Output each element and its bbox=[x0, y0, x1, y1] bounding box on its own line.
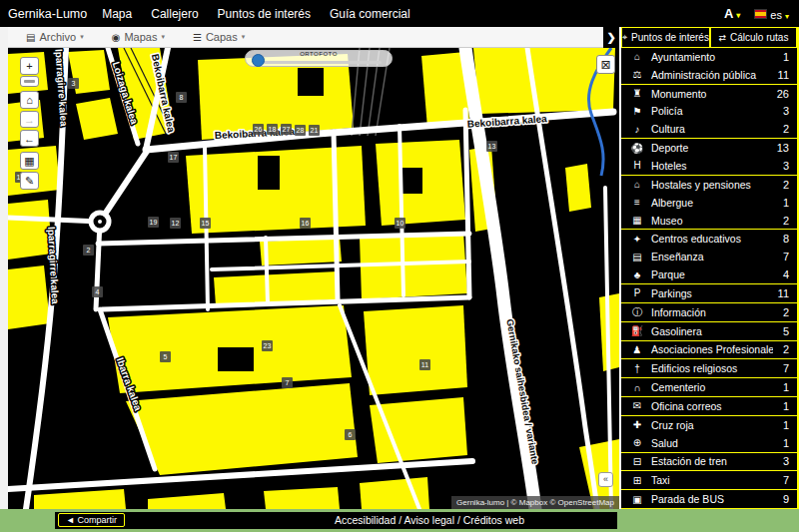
share-label: Compartir bbox=[77, 515, 117, 525]
poi-count: 2 bbox=[773, 179, 789, 191]
guesthouse-icon: ⌂ bbox=[627, 179, 647, 190]
poi-row-cemetery[interactable]: ∩ Cementerio 1 bbox=[621, 378, 797, 397]
footer-links[interactable]: Accesibilidad / Aviso legal / Créditos w… bbox=[335, 514, 524, 526]
park-icon: ♣ bbox=[627, 269, 647, 280]
poi-row-parking[interactable]: P Parkings 11 bbox=[621, 284, 797, 303]
poi-row-taxi[interactable]: ⊞ Taxi 7 bbox=[621, 471, 797, 490]
tab-puntos-de-interes[interactable]: ⌖ Puntos de interés bbox=[621, 27, 710, 48]
poi-count: 3 bbox=[773, 160, 789, 172]
poi-count: 11 bbox=[773, 287, 789, 299]
map-poi-marker[interactable]: 26 bbox=[253, 124, 264, 135]
menu-capas[interactable]: ☰ Capas ▾ bbox=[193, 31, 245, 43]
schools-icon: ✦ bbox=[627, 234, 647, 245]
map-poi-marker[interactable]: 27 bbox=[281, 124, 292, 135]
poi-row-sports[interactable]: ⚽ Deporte 13 bbox=[621, 139, 797, 157]
poi-row-red-cross[interactable]: ✚ Cruz roja 1 bbox=[621, 416, 797, 434]
map-poi-marker[interactable]: 15 bbox=[200, 218, 211, 229]
ortofoto-opacity-slider[interactable]: ORTOFOTO bbox=[245, 50, 393, 67]
map-poi-marker[interactable]: 3 bbox=[68, 78, 79, 89]
map-poi-marker[interactable]: 18 bbox=[267, 124, 278, 135]
poi-row-culture[interactable]: ♪ Cultura 2 bbox=[621, 120, 797, 139]
full-extent-button[interactable]: ⊠ bbox=[596, 55, 615, 74]
poi-count: 13 bbox=[773, 142, 789, 154]
forward-button[interactable]: → bbox=[20, 111, 39, 128]
poi-row-town-hall[interactable]: ⌂ Ayuntamiento 1 bbox=[621, 48, 797, 66]
map-poi-marker[interactable]: 6 bbox=[345, 429, 356, 440]
poi-count: 1 bbox=[773, 400, 789, 412]
draw-button[interactable]: ✎ bbox=[20, 172, 39, 190]
poi-row-train[interactable]: ⊟ Estación de tren 3 bbox=[621, 453, 797, 472]
poi-row-bus[interactable]: ▣ Parada de BUS 9 bbox=[621, 490, 797, 509]
menu-mapas[interactable]: ◉ Mapas ▾ bbox=[112, 31, 165, 43]
back-button[interactable]: ← bbox=[20, 130, 39, 147]
map-poi-marker[interactable]: 8 bbox=[176, 92, 187, 103]
poi-row-monument[interactable]: ♜ Monumento 26 bbox=[621, 85, 797, 103]
poi-count: 4 bbox=[773, 268, 789, 280]
poi-row-fuel[interactable]: ⛽ Gasolinera 5 bbox=[621, 322, 797, 341]
globe-icon: ◉ bbox=[112, 32, 121, 43]
poi-row-church[interactable]: † Edificios religiosos 7 bbox=[621, 359, 797, 378]
sports-icon: ⚽ bbox=[627, 143, 647, 154]
poi-row-education[interactable]: ▤ Enseñanza 7 bbox=[621, 248, 797, 266]
zoom-in-button[interactable]: + bbox=[20, 57, 39, 75]
toolbar-menus: ▤ Archivo ▾ ◉ Mapas ▾ ☰ Capas ▾ bbox=[26, 31, 245, 43]
poi-row-post-office[interactable]: ✉ Oficina correos 1 bbox=[621, 397, 797, 416]
map-poi-marker[interactable]: 10 bbox=[395, 218, 405, 229]
poi-row-hotel[interactable]: H Hoteles 3 bbox=[621, 157, 797, 176]
menu-archivo[interactable]: ▤ Archivo ▾ bbox=[26, 31, 84, 43]
language-code: es bbox=[770, 9, 782, 21]
home-button[interactable]: ⌂ bbox=[20, 91, 39, 109]
poi-row-hostel[interactable]: ≡ Albergue 1 bbox=[621, 194, 797, 212]
poi-row-public-admin[interactable]: ⚖ Administración pública 11 bbox=[621, 66, 797, 85]
map-poi-marker[interactable]: 7 bbox=[282, 377, 293, 388]
map-poi-marker[interactable]: 28 bbox=[295, 125, 306, 136]
poi-row-info[interactable]: ⓘ Información 2 bbox=[621, 303, 797, 322]
map-poi-marker[interactable]: 12 bbox=[170, 218, 181, 229]
map-poi-marker[interactable]: 23 bbox=[262, 340, 273, 351]
poi-row-museum[interactable]: ▦ Museo 2 bbox=[621, 212, 797, 231]
poi-row-police[interactable]: ⚑ Policía 3 bbox=[621, 103, 797, 121]
share-button[interactable]: ◄ Compartir bbox=[58, 513, 125, 527]
map-poi-marker[interactable]: 4 bbox=[92, 286, 103, 297]
file-icon: ▤ bbox=[26, 32, 35, 43]
nav-callejero[interactable]: Callejero bbox=[151, 7, 198, 21]
map-viewport[interactable]: Bekoibarra kaleaBekoibarra kaleaBekoibar… bbox=[8, 48, 619, 509]
attribution-toggle-button[interactable]: « bbox=[598, 472, 613, 487]
map-poi-marker[interactable]: 19 bbox=[148, 217, 159, 228]
sidebar-tabs: ⌖ Puntos de interés ⇄ Cálculo rutas bbox=[621, 27, 797, 48]
map-poi-marker[interactable]: 17 bbox=[168, 152, 179, 163]
poi-row-park[interactable]: ♣ Parque 4 bbox=[621, 266, 797, 284]
map-poi-marker[interactable]: 5 bbox=[160, 351, 171, 362]
map-attribution[interactable]: Gernika-lumo | © Mapbox © OpenStreetMap bbox=[451, 496, 619, 509]
brand-title[interactable]: Gernika-Lumo bbox=[8, 7, 87, 21]
town-hall-icon: ⌂ bbox=[627, 51, 647, 62]
ortofoto-slider-knob[interactable] bbox=[252, 54, 265, 67]
tab-calculo-rutas[interactable]: ⇄ Cálculo rutas bbox=[710, 27, 797, 48]
map-poi-marker[interactable]: 11 bbox=[419, 359, 430, 370]
parking-icon: P bbox=[627, 287, 647, 298]
taxi-icon: ⊞ bbox=[627, 475, 647, 486]
ortofoto-slider-track[interactable] bbox=[256, 61, 382, 64]
nav-mapa[interactable]: Mapa bbox=[102, 7, 132, 21]
nav-menu: MapaCallejeroPuntos de interésGuía comer… bbox=[102, 7, 410, 21]
map-poi-marker[interactable]: 16 bbox=[300, 218, 311, 229]
map-poi-marker[interactable]: 2 bbox=[83, 245, 94, 256]
poi-row-health[interactable]: ⊕ Salud 1 bbox=[621, 434, 797, 453]
poi-row-guesthouse[interactable]: ⌂ Hostales y pensiones 2 bbox=[621, 176, 797, 194]
poi-row-schools[interactable]: ✦ Centros educativos 8 bbox=[621, 230, 797, 248]
poi-row-associations[interactable]: ♟ Asociaciones Profesionales 2 bbox=[621, 341, 797, 360]
route-car-icon: ⇄ bbox=[719, 33, 727, 43]
poi-count: 5 bbox=[773, 325, 789, 337]
language-selector[interactable]: es▾ bbox=[754, 5, 789, 23]
font-size-control[interactable]: A▾ bbox=[724, 6, 740, 21]
screenshot-button[interactable]: ▦ bbox=[20, 152, 39, 170]
nav-guia-comercial[interactable]: Guía comercial bbox=[330, 7, 410, 21]
map-poi-marker[interactable]: 13 bbox=[486, 141, 497, 152]
spain-flag-icon bbox=[754, 9, 767, 19]
zoom-slider[interactable] bbox=[20, 76, 39, 87]
nav-puntos-de-interes[interactable]: Puntos de interés bbox=[218, 7, 311, 21]
sidebar-collapse-button[interactable]: ❯ bbox=[603, 27, 619, 48]
map-toolbar: ▤ Archivo ▾ ◉ Mapas ▾ ☰ Capas ▾ bbox=[8, 27, 619, 48]
chevron-down-icon: ▾ bbox=[80, 33, 84, 41]
map-poi-marker[interactable]: 21 bbox=[309, 125, 320, 136]
